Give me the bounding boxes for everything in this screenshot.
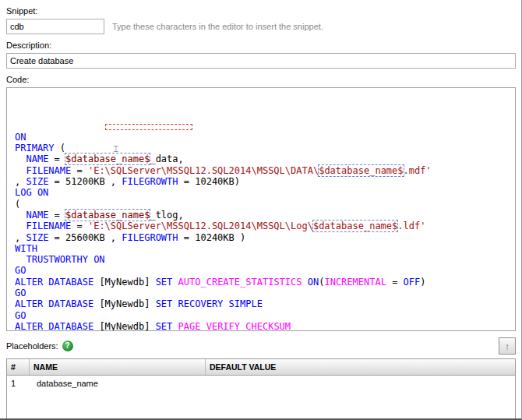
move-up-button[interactable]: ↑ [499,337,516,355]
row-default-value-cell[interactable] [206,376,515,392]
placeholders-bar: Placeholders: ? ↑ [6,337,516,355]
snippet-hint-text: Type these characters in the editor to i… [112,22,323,31]
description-label: Description: [6,41,516,50]
placeholders-label: Placeholders: [6,341,58,351]
table-row[interactable]: 1 database_name [7,376,515,392]
help-icon[interactable]: ? [62,341,73,351]
placeholders-table: # NAME DEFAULT VALUE 1 database_name [6,358,516,418]
column-header-number[interactable]: # [7,359,30,375]
code-label: Code: [6,75,516,84]
clipped-placeholder-box [105,124,192,130]
column-header-name[interactable]: NAME [30,359,206,375]
code-editor[interactable]: ⌶ ONPRIMARY ( NAME = $database_name$_dat… [6,87,516,331]
column-header-default-value[interactable]: DEFAULT VALUE [206,359,515,375]
snippet-label: Snippet: [6,6,516,16]
snippet-shortcut-input[interactable] [6,19,104,34]
row-name-cell[interactable]: database_name [30,376,206,392]
description-input[interactable] [6,53,516,69]
snippet-row: Type these characters in the editor to i… [6,19,516,34]
placeholders-table-header: # NAME DEFAULT VALUE [7,359,515,376]
snippet-editor-panel: Snippet: Type these characters in the ed… [0,0,522,420]
row-number-cell[interactable]: 1 [7,376,30,392]
